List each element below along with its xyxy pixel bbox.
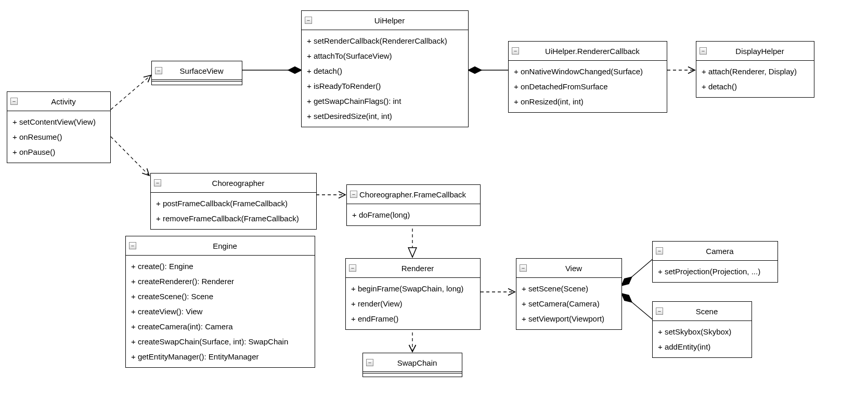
class-title: Scene xyxy=(665,306,748,317)
member: + attachTo(SurfaceView) xyxy=(307,48,463,63)
class-renderercallback: − UiHelper.RendererCallback + onNativeWi… xyxy=(508,41,667,113)
collapse-icon[interactable]: − xyxy=(305,17,312,24)
member: + postFrameCallback(FrameCallback) xyxy=(156,196,311,211)
collapse-icon[interactable]: − xyxy=(154,179,161,186)
member: + setSkybox(Skybox) xyxy=(658,324,746,339)
class-title: SurfaceView xyxy=(164,65,239,76)
collapse-icon[interactable]: − xyxy=(366,359,373,366)
member: + addEntity(int) xyxy=(658,339,746,354)
member: + setScene(Scene) xyxy=(522,281,616,296)
class-scene: − Scene + setSkybox(Skybox) + addEntity(… xyxy=(652,301,752,358)
member: + onResume() xyxy=(12,129,105,144)
class-header: − Scene xyxy=(653,302,752,321)
member: + createSwapChain(Surface, int): SwapCha… xyxy=(131,334,309,349)
class-uihelper: − UiHelper + setRenderCallback(RendererC… xyxy=(301,10,469,127)
class-header: − DisplayHelper xyxy=(696,42,814,61)
class-title: UiHelper xyxy=(314,15,465,26)
members-list: + setSkybox(Skybox) + addEntity(int) xyxy=(653,321,752,357)
member: + onDetachedFromSurface xyxy=(514,79,662,94)
member: + detach() xyxy=(702,79,809,94)
class-activity: − Activity + setContentView(View) + onRe… xyxy=(7,91,111,163)
member: + setProjection(Projection, ...) xyxy=(658,264,772,279)
members-list: + create(): Engine + createRenderer(): R… xyxy=(126,256,315,367)
collapse-icon[interactable]: − xyxy=(656,308,663,315)
member: + setContentView(View) xyxy=(12,114,105,129)
member: + doFrame(long) xyxy=(352,207,475,222)
member: + removeFrameCallback(FrameCallback) xyxy=(156,211,311,226)
collapse-icon[interactable]: − xyxy=(10,98,18,105)
member: + createRenderer(): Renderer xyxy=(131,274,309,289)
class-framecallback: − Choreographer.FrameCallback + doFrame(… xyxy=(346,184,481,226)
member: + createCamera(int): Camera xyxy=(131,319,309,334)
members-list: + setScene(Scene) + setCamera(Camera) + … xyxy=(516,278,621,329)
collapse-icon[interactable]: − xyxy=(129,242,136,249)
member: + setCamera(Camera) xyxy=(522,296,616,311)
class-header: − SwapChain xyxy=(363,353,462,372)
class-title: Choreographer xyxy=(163,178,313,189)
member: + getSwapChainFlags(): int xyxy=(307,94,463,109)
class-title: UiHelper.RendererCallback xyxy=(521,46,664,57)
class-header: − Renderer xyxy=(346,259,480,278)
class-swapchain: − SwapChain xyxy=(362,353,462,377)
class-header: − UiHelper.RendererCallback xyxy=(509,42,667,61)
member: + setRenderCallback(RendererCallback) xyxy=(307,33,463,48)
members-list: + beginFrame(SwapChain, long) + render(V… xyxy=(346,278,480,329)
members-list: + setContentView(View) + onResume() + on… xyxy=(7,111,110,163)
member: + create(): Engine xyxy=(131,259,309,274)
member: + createView(): View xyxy=(131,304,309,319)
class-title: View xyxy=(529,263,618,274)
members-list: + onNativeWindowChanged(Surface) + onDet… xyxy=(509,61,667,112)
class-title: SwapChain xyxy=(375,357,459,368)
member: + endFrame() xyxy=(351,311,475,326)
member: + onNativeWindowChanged(Surface) xyxy=(514,64,662,79)
class-header: − UiHelper xyxy=(302,11,468,30)
collapse-icon[interactable]: − xyxy=(520,264,527,272)
class-displayhelper: − DisplayHelper + attach(Renderer, Displ… xyxy=(696,41,814,98)
class-view: − View + setScene(Scene) + setCamera(Cam… xyxy=(516,258,622,330)
collapse-icon[interactable]: − xyxy=(512,47,519,55)
class-camera: − Camera + setProjection(Projection, ...… xyxy=(652,241,778,283)
members-list: + setRenderCallback(RendererCallback) + … xyxy=(302,30,468,127)
class-header: − Choreographer.FrameCallback xyxy=(347,185,480,204)
member: + onPause() xyxy=(12,144,105,159)
member: + beginFrame(SwapChain, long) xyxy=(351,281,475,296)
class-header: − SurfaceView xyxy=(152,61,242,80)
member: + onResized(int, int) xyxy=(514,94,662,109)
class-header: − Engine xyxy=(126,236,315,256)
collapse-icon[interactable]: − xyxy=(350,191,357,198)
member: + isReadyToRender() xyxy=(307,78,463,94)
class-title: Camera xyxy=(665,246,774,257)
class-header: − View xyxy=(516,259,621,278)
collapse-icon[interactable]: − xyxy=(699,47,707,55)
class-title: Choreographer.FrameCallback xyxy=(359,189,477,200)
members-list: + postFrameCallback(FrameCallback) + rem… xyxy=(151,193,316,229)
member: + setDesiredSize(int, int) xyxy=(307,109,463,124)
class-engine: − Engine + create(): Engine + createRend… xyxy=(125,236,315,368)
collapse-icon[interactable]: − xyxy=(656,247,663,255)
members-list: + setProjection(Projection, ...) xyxy=(653,261,778,282)
collapse-icon[interactable]: − xyxy=(155,67,162,74)
collapse-icon[interactable]: − xyxy=(349,264,356,272)
members-list: + doFrame(long) xyxy=(347,204,480,225)
class-renderer: − Renderer + beginFrame(SwapChain, long)… xyxy=(345,258,481,330)
member: + detach() xyxy=(307,63,463,78)
member: + setViewport(Viewport) xyxy=(522,311,616,326)
class-title: Activity xyxy=(20,96,107,107)
member: + attach(Renderer, Display) xyxy=(702,64,809,79)
class-title: Renderer xyxy=(358,263,477,274)
class-header: − Camera xyxy=(653,242,778,261)
member: + getEntityManager(): EntityManager xyxy=(131,349,309,364)
class-header: − Choreographer xyxy=(151,173,316,193)
class-header: − Activity xyxy=(7,92,110,111)
class-title: DisplayHelper xyxy=(709,46,811,57)
members-list: + attach(Renderer, Display) + detach() xyxy=(696,61,814,97)
member: + render(View) xyxy=(351,296,475,311)
class-surfaceview: − SurfaceView xyxy=(151,61,242,85)
class-title: Engine xyxy=(138,241,312,251)
member: + createScene(): Scene xyxy=(131,289,309,304)
class-choreographer: − Choreographer + postFrameCallback(Fram… xyxy=(150,173,317,230)
